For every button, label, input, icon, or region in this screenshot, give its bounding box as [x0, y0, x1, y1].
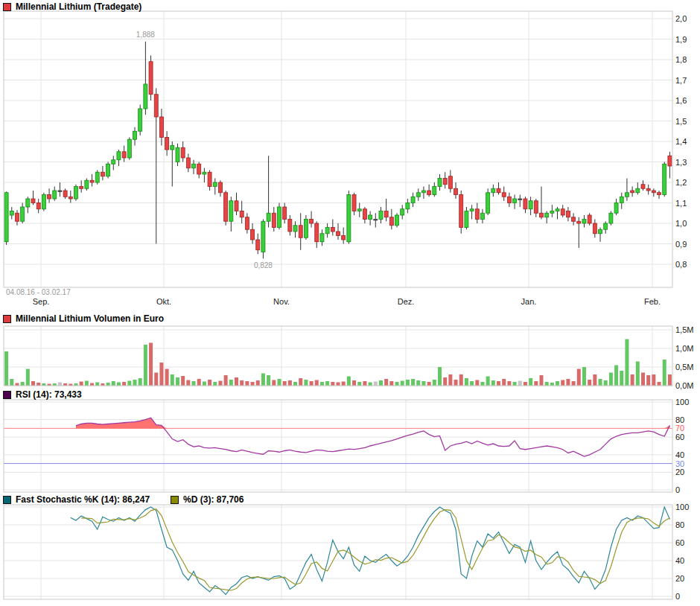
stochastic-axis-tick: 80: [675, 520, 684, 529]
volume-legend-label: Millennial Lithium Volumen in Euro: [16, 313, 164, 324]
stochastic-k-label: Fast Stochastic %K (14): 86,247: [16, 494, 150, 505]
price-axis-tick: 1,6: [675, 96, 687, 105]
price-axis-tick: 1,3: [675, 158, 687, 167]
volume-series-swatch-icon: [3, 315, 11, 323]
stochastic-d-label: %D (3): 87,706: [183, 494, 244, 505]
price-axis-tick: 1,4: [675, 137, 687, 146]
x-axis-month-label: Jan.: [512, 297, 545, 306]
rsi-axis-tick: 30: [675, 459, 684, 468]
stochastic-k-swatch-icon: [3, 496, 11, 504]
price-axis-tick: 1,2: [675, 178, 687, 187]
rsi-axis-tick: 40: [675, 450, 684, 459]
x-axis-month-label: Dez.: [389, 297, 422, 306]
low-price-annotation: 0,828: [239, 261, 287, 269]
high-price-annotation: 1,888: [121, 31, 169, 39]
rsi-axis-tick: 100: [675, 398, 689, 406]
volume-axis-tick: 1,5M: [675, 325, 693, 334]
chart-canvas: [0, 0, 700, 606]
price-axis-tick: 2,0: [675, 14, 687, 23]
volume-legend: Millennial Lithium Volumen in Euro: [3, 313, 164, 324]
stochastic-axis-tick: 0: [675, 592, 680, 601]
rsi-legend-label: RSI (14): 73,433: [16, 389, 82, 400]
stochastic-axis-tick: 20: [675, 574, 684, 583]
stock-chart: Millennial Lithium (Tradegate) Millennia…: [0, 0, 700, 606]
price-axis-tick: 1,9: [675, 35, 687, 44]
price-series-swatch-icon: [3, 3, 11, 11]
price-axis-tick: 1,5: [675, 117, 687, 126]
price-axis-tick: 1,1: [675, 199, 687, 208]
volume-axis-tick: 1,0M: [675, 344, 693, 353]
price-axis-tick: 0,8: [675, 260, 687, 269]
price-axis-tick: 1,8: [675, 55, 687, 64]
volume-axis-tick: 0,0M: [675, 381, 693, 390]
price-axis-tick: 0,9: [675, 240, 687, 249]
stochastic-axis-tick: 60: [675, 538, 684, 547]
stochastic-d-swatch-icon: [171, 496, 179, 504]
x-axis-month-label: Feb.: [636, 297, 669, 306]
price-legend-label: Millennial Lithium (Tradegate): [16, 1, 141, 12]
volume-axis-tick: 0,5M: [675, 363, 693, 371]
rsi-axis-tick: 20: [675, 468, 684, 476]
date-range-label: 04.08.16 - 03.02.17: [6, 288, 71, 296]
x-axis-month-label: Okt.: [147, 297, 180, 306]
stochastic-axis-tick: 40: [675, 556, 684, 565]
rsi-axis-tick: 70: [675, 424, 684, 433]
price-axis-tick: 1,0: [675, 219, 687, 228]
x-axis-month-label: Nov.: [265, 297, 298, 306]
price-legend: Millennial Lithium (Tradegate): [3, 1, 141, 12]
x-axis-month-label: Sep.: [25, 297, 57, 306]
rsi-axis-tick: 80: [675, 415, 684, 424]
rsi-legend: RSI (14): 73,433: [3, 389, 82, 400]
rsi-series-swatch-icon: [3, 391, 11, 399]
rsi-axis-tick: 60: [675, 433, 684, 441]
stochastic-axis-tick: 100: [675, 503, 689, 511]
price-axis-tick: 1,7: [675, 76, 687, 85]
rsi-axis-tick: 0: [675, 485, 680, 494]
stochastic-legend: Fast Stochastic %K (14): 86,247 %D (3): …: [3, 494, 244, 505]
